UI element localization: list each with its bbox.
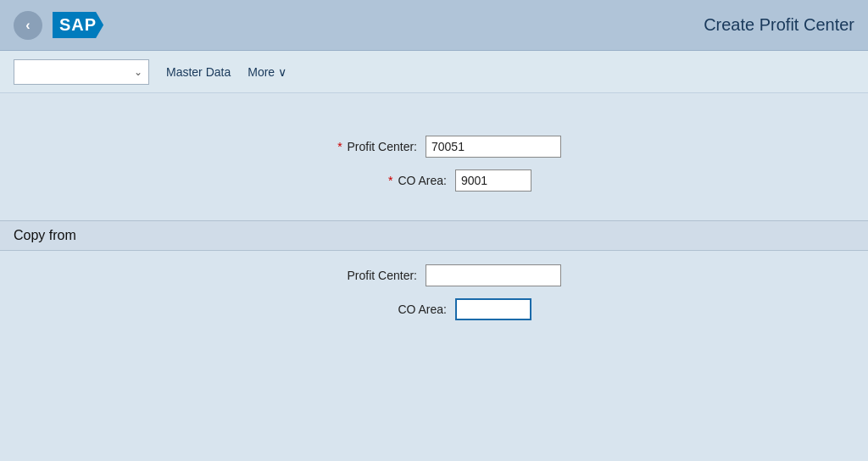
sap-logo: SAP [53, 12, 103, 38]
back-icon: ‹ [25, 18, 30, 33]
profit-center-required-star: * [337, 140, 342, 153]
copy-from-form: Profit Center: CO Area: [0, 251, 868, 346]
sap-logo-bg: SAP [53, 12, 103, 38]
profit-center-label: * Profit Center: [307, 140, 417, 153]
copy-from-title: Copy from [14, 228, 76, 242]
page-title: Create Profit Center [704, 15, 854, 35]
copy-co-area-input[interactable] [455, 298, 531, 320]
back-button[interactable]: ‹ [14, 11, 42, 40]
co-area-input[interactable] [455, 169, 531, 192]
co-area-required-star: * [388, 174, 392, 187]
copy-co-area-row: CO Area: [337, 298, 531, 320]
co-area-label: * CO Area: [337, 174, 447, 187]
more-chevron-icon: ∨ [278, 65, 287, 79]
master-data-menu-item[interactable]: Master Data [166, 62, 231, 82]
toolbar-select[interactable] [14, 59, 149, 85]
copy-co-area-label: CO Area: [337, 303, 447, 316]
copy-from-section: Copy from Profit Center: CO Area: [0, 220, 868, 346]
profit-center-input[interactable] [426, 136, 561, 158]
more-menu-button[interactable]: More ∨ [248, 65, 287, 79]
main-content: * Profit Center: * CO Area: Copy from Pr… [0, 93, 868, 461]
copy-from-header: Copy from [0, 220, 868, 251]
app-header: ‹ SAP Create Profit Center [0, 0, 868, 51]
copy-profit-center-label: Profit Center: [307, 269, 417, 282]
create-form-section: * Profit Center: * CO Area: [0, 119, 868, 212]
toolbar: ⌄ Master Data More ∨ [0, 51, 868, 93]
more-label: More [248, 65, 275, 79]
copy-profit-center-input[interactable] [426, 264, 561, 286]
toolbar-select-wrapper: ⌄ [14, 59, 149, 85]
copy-profit-center-row: Profit Center: [307, 264, 561, 286]
sap-logo-text: SAP [59, 15, 97, 35]
profit-center-row: * Profit Center: [307, 136, 561, 158]
header-left: ‹ SAP [14, 11, 103, 40]
co-area-row: * CO Area: [337, 169, 531, 192]
